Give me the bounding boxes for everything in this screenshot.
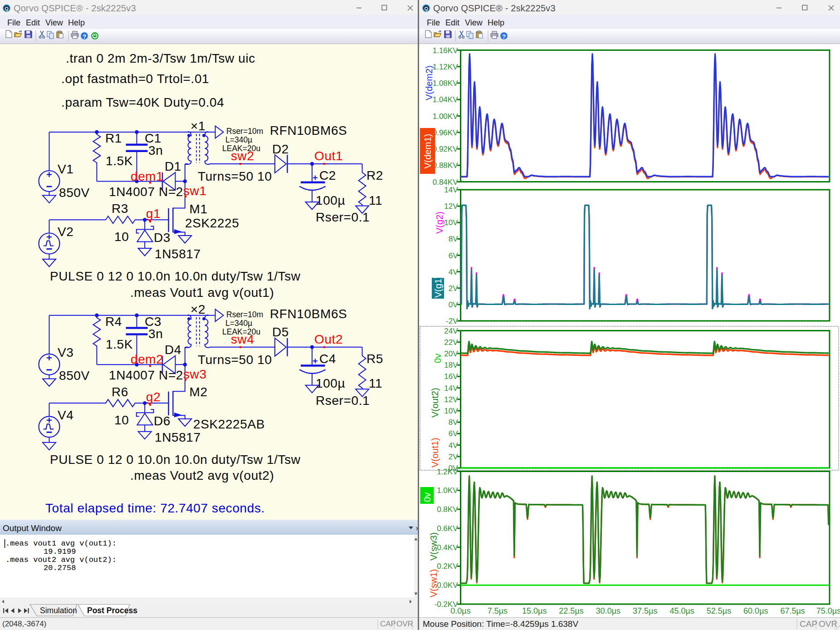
svg-text:D3: D3 [154,231,171,245]
svg-text:15.0µs: 15.0µs [522,606,547,615]
svg-text:1.5K: 1.5K [106,154,133,168]
svg-text:52.5µs: 52.5µs [707,606,731,615]
svg-text:D5: D5 [272,325,289,339]
svg-text:Help: Help [488,18,504,27]
svg-text:8V: 8V [449,235,458,243]
svg-text:850V: 850V [59,186,90,200]
svg-text:1N4007 N=2: 1N4007 N=2 [109,185,183,199]
svg-text:0.2KV: 0.2KV [437,562,458,571]
svg-text:24V: 24V [444,327,458,335]
svg-text:1.04KV: 1.04KV [433,95,458,104]
svg-text:45.0µs: 45.0µs [669,606,694,615]
svg-text:10V: 10V [444,407,458,415]
svg-text:g2: g2 [146,390,161,404]
svg-text:0.4KV: 0.4KV [437,543,458,552]
svg-text:12V: 12V [444,202,458,211]
svg-text:L=340µ: L=340µ [225,135,252,144]
svg-text:0V: 0V [449,300,458,309]
svg-text:×2: ×2 [190,302,205,316]
svg-text:14V: 14V [444,186,458,194]
svg-text:Output Window: Output Window [3,523,62,533]
svg-text:12V: 12V [444,395,458,404]
svg-text:OVR: OVR [396,620,413,628]
svg-text:g1: g1 [146,207,161,221]
svg-text:V2: V2 [58,225,73,239]
svg-text:V(out2): V(out2) [430,388,440,418]
svg-text:3n: 3n [148,327,163,341]
svg-text:14V: 14V [444,384,458,393]
svg-text:R4: R4 [105,315,122,329]
svg-text:0.8KV: 0.8KV [437,505,458,514]
svg-text:75.0µs: 75.0µs [816,606,840,615]
svg-text:V(g1): V(g1) [433,276,443,298]
svg-text:.meas Vout2 avg v(out2): .meas Vout2 avg v(out2) [130,468,274,482]
svg-text:D2: D2 [272,142,289,156]
svg-text:L=340µ: L=340µ [225,319,252,328]
svg-text:PULSE 0 12 0 10.0n 10.0n duty: PULSE 0 12 0 10.0n 10.0n duty/Tsw 1/Tsw [50,269,301,283]
svg-text:View: View [45,18,63,27]
svg-text:.opt fastmath=0 Trtol=.01: .opt fastmath=0 Trtol=.01 [61,72,209,86]
svg-text:CAP: CAP [380,620,396,628]
svg-text:Q: Q [5,6,8,11]
svg-text:1.12KV: 1.12KV [433,63,458,71]
svg-text:60.0µs: 60.0µs [743,606,768,615]
svg-text:D1: D1 [165,159,181,173]
svg-text:Total elapsed time: 72.7407 se: Total elapsed time: 72.7407 seconds. [45,501,265,515]
svg-text:(2048,-3674): (2048,-3674) [2,620,46,628]
svg-text:19.9199: 19.9199 [44,547,76,556]
svg-text:22.5µs: 22.5µs [559,606,583,615]
svg-text:dem1: dem1 [131,169,163,183]
svg-text:.meas vout2 avg v(out2):: .meas vout2 avg v(out2): [5,556,117,564]
svg-text:V(sw1): V(sw1) [429,569,439,597]
svg-text:.meas vout1 avg v(out1):: .meas vout1 avg v(out1): [5,539,117,548]
svg-text:R2: R2 [366,168,383,182]
svg-text:Help: Help [68,18,85,27]
svg-text:0.6KV: 0.6KV [437,524,458,533]
svg-text:RFN10BM6S: RFN10BM6S [270,307,347,321]
svg-text:4V: 4V [449,268,458,276]
svg-text:M1: M1 [190,202,208,216]
svg-text:V(sw3): V(sw3) [429,532,439,561]
svg-text:D6: D6 [154,414,171,428]
svg-text:.param Tsw=40K Duty=0.04: .param Tsw=40K Duty=0.04 [61,95,224,109]
svg-text:-2V: -2V [446,317,458,325]
svg-text:Out1: Out1 [314,149,343,163]
svg-text:Turns=50 10: Turns=50 10 [198,353,272,367]
svg-text:100µ: 100µ [316,376,345,390]
svg-text:10V: 10V [444,218,458,227]
svg-text:R5: R5 [366,352,383,366]
svg-text:11: 11 [369,193,382,207]
svg-text:.tran 0 2m 2m-3/Tsw 1m/Tsw uic: .tran 0 2m 2m-3/Tsw 1m/Tsw uic [66,51,255,65]
svg-text:22V: 22V [444,338,458,347]
svg-text:Rser=0.1: Rser=0.1 [316,210,370,224]
svg-text:20V: 20V [444,349,458,358]
svg-text:0.92KV: 0.92KV [433,145,458,153]
svg-text:2SK2225AB: 2SK2225AB [193,417,265,431]
svg-text:R1: R1 [105,131,122,145]
svg-text:Qorvo QSPICE® - 2sk2225v3: Qorvo QSPICE® - 2sk2225v3 [14,3,136,13]
svg-text:sw4: sw4 [231,332,254,346]
svg-text:0v: 0v [433,354,443,363]
svg-text:4V: 4V [449,441,458,450]
svg-text:R3: R3 [112,202,128,216]
svg-text:V(out1): V(out1) [430,438,440,468]
svg-text:Out2: Out2 [314,332,343,346]
svg-text:1.5K: 1.5K [106,337,133,351]
svg-text:1.00KV: 1.00KV [433,112,458,121]
svg-text:Edit: Edit [445,18,459,27]
svg-text:2V: 2V [449,284,458,293]
svg-text:6V: 6V [449,429,458,438]
svg-text:0.88KV: 0.88KV [433,161,458,170]
svg-text:Rser=10m: Rser=10m [226,127,263,136]
svg-text:PULSE 0 12 0 10.0n 10.0n duty: PULSE 0 12 0 10.0n 10.0n duty/Tsw 1/Tsw [50,453,301,467]
svg-text:M2: M2 [190,385,208,399]
svg-text:2SK2225: 2SK2225 [185,216,239,230]
svg-text:R6: R6 [112,385,128,399]
svg-text:8V: 8V [449,418,458,427]
svg-text:1N4007 N=2: 1N4007 N=2 [109,368,183,382]
svg-text:Rser=0.1: Rser=0.1 [316,394,370,408]
svg-text:C4: C4 [319,352,336,366]
svg-text:0.0µs: 0.0µs [450,606,470,615]
svg-text:D4: D4 [165,343,181,357]
svg-text:Simulation: Simulation [40,606,77,615]
